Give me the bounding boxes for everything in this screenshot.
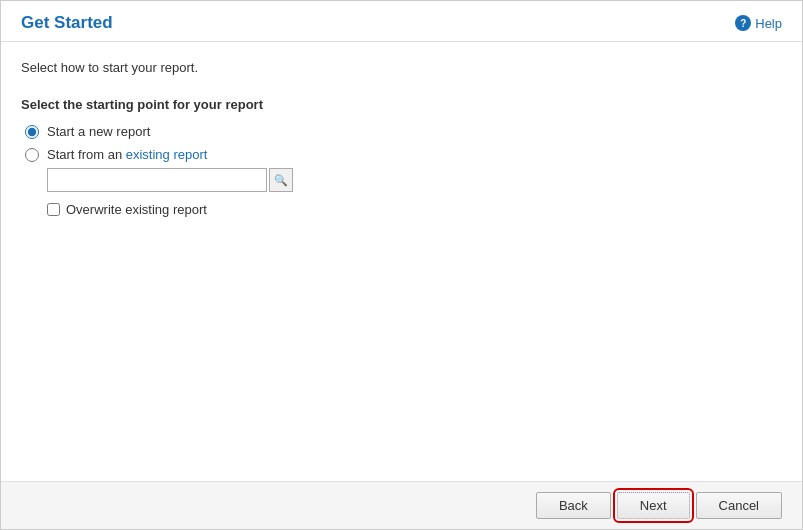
existing-report-link[interactable]: existing report [126, 147, 208, 162]
radio-existing-report[interactable] [25, 148, 39, 162]
radio-new-report-label: Start a new report [47, 124, 150, 139]
help-link[interactable]: ? Help [735, 15, 782, 31]
help-icon: ? [735, 15, 751, 31]
report-input-row: 🔍 [47, 168, 782, 192]
help-label: Help [755, 16, 782, 31]
back-button[interactable]: Back [536, 492, 611, 519]
main-content: Select how to start your report. Select … [1, 42, 802, 481]
radio-existing-report-item[interactable]: Start from an existing report [25, 147, 782, 162]
radio-existing-prefix: Start from an [47, 147, 126, 162]
section-label: Select the starting point for your repor… [21, 97, 782, 112]
footer: Back Next Cancel [1, 481, 802, 529]
cancel-button[interactable]: Cancel [696, 492, 782, 519]
overwrite-row: Overwrite existing report [47, 202, 782, 217]
radio-new-report-item[interactable]: Start a new report [25, 124, 782, 139]
page-title: Get Started [21, 13, 113, 33]
header: Get Started ? Help [1, 1, 802, 42]
overwrite-checkbox[interactable] [47, 203, 60, 216]
next-button[interactable]: Next [617, 492, 690, 519]
radio-existing-report-label: Start from an existing report [47, 147, 207, 162]
subtitle: Select how to start your report. [21, 60, 782, 75]
report-path-input[interactable] [47, 168, 267, 192]
radio-new-report[interactable] [25, 125, 39, 139]
radio-group: Start a new report Start from an existin… [25, 124, 782, 162]
browse-icon: 🔍 [274, 174, 288, 187]
overwrite-label: Overwrite existing report [66, 202, 207, 217]
page-container: Get Started ? Help Select how to start y… [0, 0, 803, 530]
browse-button[interactable]: 🔍 [269, 168, 293, 192]
